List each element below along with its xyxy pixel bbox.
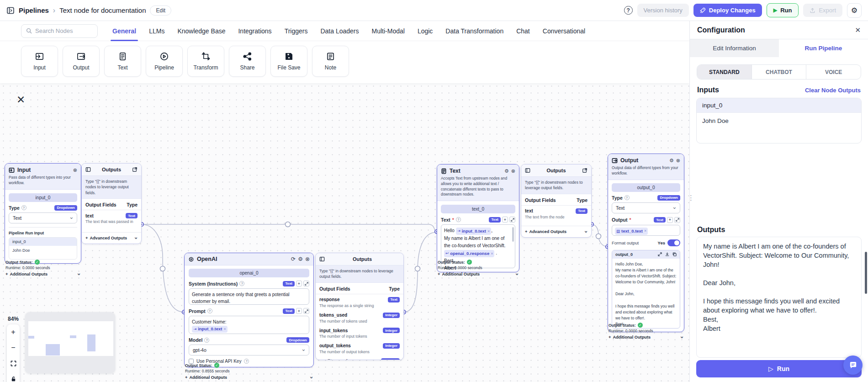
remove-node-icon[interactable]: ⊗ — [676, 158, 680, 164]
advanced-outputs-label[interactable]: Advanced Outputs — [90, 236, 127, 240]
zoom-out-button[interactable]: − — [7, 340, 20, 355]
chip-remove-icon[interactable]: × — [644, 228, 646, 234]
expand-field-button[interactable] — [303, 308, 309, 314]
panel-scrollbar[interactable] — [865, 252, 867, 294]
question-icon[interactable]: ? — [21, 205, 26, 210]
prompt-field[interactable]: Customer Name: ⇥input_0.text× — [189, 316, 309, 334]
format-output-toggle[interactable] — [667, 239, 680, 246]
remove-node-icon[interactable]: ⊗ — [511, 168, 515, 174]
tab-integrations[interactable]: Integrations — [238, 21, 271, 41]
panel-resize-handle[interactable]: ⋮ — [688, 196, 693, 200]
text-node[interactable]: Text ⚙⊗ Accepts Text from upstream nodes… — [437, 164, 519, 272]
gear-icon[interactable]: ⚙ — [298, 256, 303, 262]
output-type-select[interactable]: Text∨ — [612, 202, 680, 213]
tab-multi-modal[interactable]: Multi-Modal — [372, 21, 405, 41]
clear-node-outputs-link[interactable]: Clear Node Outputs — [805, 87, 861, 94]
question-icon[interactable]: ? — [625, 195, 630, 200]
external-link-icon[interactable] — [582, 168, 587, 173]
run-button-top[interactable]: ▶ Run — [767, 3, 799, 17]
palette-pipeline[interactable]: Pipeline — [146, 46, 183, 77]
copy-icon[interactable] — [672, 252, 677, 256]
add-variable-button[interactable]: + — [296, 308, 302, 314]
add-variable-button[interactable]: + — [296, 281, 302, 286]
palette-text[interactable]: Text — [104, 46, 141, 77]
external-link-icon[interactable] — [132, 167, 138, 172]
openai-outputs-panel[interactable]: Outputs Type "{{" in downstream nodes to… — [315, 253, 404, 360]
remove-node-icon[interactable]: ⊗ — [73, 167, 77, 173]
tab-triggers[interactable]: Triggers — [285, 21, 308, 41]
mode-chatbot[interactable]: CHATBOT — [752, 65, 806, 79]
run-pipeline-button[interactable]: ▷ Run — [696, 360, 862, 377]
sync-icon[interactable]: ⟳ — [291, 256, 296, 262]
input-outputs-panel[interactable]: Outputs Type "{{" in downstream nodes to… — [81, 163, 142, 244]
additional-outputs-label[interactable]: Additional Outputs — [442, 272, 480, 276]
input-node-name[interactable]: input_0 — [9, 193, 77, 202]
canvas-close-icon[interactable]: ✕ — [16, 94, 27, 105]
add-variable-button[interactable]: + — [502, 217, 508, 223]
mode-voice[interactable]: VOICE — [806, 65, 861, 79]
export-button[interactable]: Export — [803, 4, 842, 17]
download-icon[interactable] — [665, 252, 669, 256]
sidebar-toggle-icon[interactable] — [6, 6, 15, 15]
search-input[interactable] — [35, 27, 90, 34]
tab-data-transformation[interactable]: Data Transformation — [445, 21, 503, 41]
output-node-name[interactable]: output_0 — [612, 183, 680, 192]
text-node-name[interactable]: text_0 — [441, 205, 515, 213]
additional-outputs-label[interactable]: Additional Outputs — [613, 335, 651, 340]
input-node[interactable]: Input ⊗ Pass data of different types int… — [5, 163, 81, 264]
palette-note[interactable]: Note — [312, 46, 349, 77]
remove-node-icon[interactable]: ⊗ — [305, 256, 310, 262]
model-select[interactable]: gpt-4o∨ — [189, 345, 309, 355]
lock-button[interactable] — [7, 371, 20, 382]
output-node[interactable]: Output ⚙⊗ Output data of different types… — [608, 154, 684, 332]
field-scrollbar[interactable] — [512, 227, 514, 242]
tab-knowledge-base[interactable]: Knowledge Base — [177, 21, 225, 41]
palette-file-save[interactable]: File Save — [270, 46, 307, 77]
tab-logic[interactable]: Logic — [418, 21, 433, 41]
advanced-outputs-label[interactable]: Advanced Outputs — [529, 229, 566, 234]
expand-field-button[interactable] — [509, 217, 515, 223]
palette-output[interactable]: Output — [63, 46, 100, 77]
additional-outputs-label[interactable]: Additional Outputs — [189, 375, 227, 380]
settings-button[interactable]: ⚙ — [847, 3, 862, 18]
tab-edit-information[interactable]: Edit Information — [690, 39, 779, 57]
mode-standard[interactable]: STANDARD — [697, 65, 752, 79]
expand-field-button[interactable] — [303, 281, 309, 286]
minimap[interactable] — [25, 312, 115, 373]
tab-data-loaders[interactable]: Data Loaders — [320, 21, 359, 41]
openai-node[interactable]: OpenAI ⟳⚙⊗ openai_0 System (Instructions… — [184, 253, 314, 367]
text-outputs-panel[interactable]: Outputs Type "{{" in downstream nodes to… — [521, 164, 592, 238]
chip-remove-icon[interactable]: × — [223, 326, 226, 333]
version-history-button[interactable]: Version history — [637, 4, 689, 17]
palette-input[interactable]: Input — [21, 46, 58, 77]
pipeline-output-text[interactable]: My name is Albert I am one of the co-fou… — [696, 237, 862, 358]
add-variable-button[interactable]: + — [667, 217, 673, 223]
expand-icon[interactable] — [658, 252, 662, 256]
result-text[interactable]: Hello John Doe, My name is Albert I am o… — [612, 259, 680, 328]
system-instructions-field[interactable]: Generate a sentence only that greets a p… — [189, 288, 309, 305]
fit-view-button[interactable] — [7, 355, 20, 371]
output-value-field[interactable]: ▤text_0.text× — [612, 225, 680, 236]
chip-remove-icon[interactable]: × — [487, 228, 490, 234]
openai-node-name[interactable]: openai_0 — [189, 269, 309, 277]
edit-button[interactable]: Edit — [150, 5, 171, 16]
question-icon[interactable]: ? — [204, 338, 209, 343]
tab-run-pipeline[interactable]: Run Pipeline — [779, 39, 868, 57]
expand-field-button[interactable] — [674, 217, 680, 223]
pipeline-input-value[interactable]: John Doe — [697, 113, 861, 129]
tab-llms[interactable]: LLMs — [149, 21, 164, 41]
gear-icon[interactable]: ⚙ — [504, 168, 509, 174]
palette-share[interactable]: Share — [229, 46, 266, 77]
tab-conversational[interactable]: Conversational — [543, 21, 585, 41]
panel-close-icon[interactable]: ✕ — [855, 26, 861, 34]
additional-outputs-label[interactable]: Additional Outputs — [10, 272, 48, 276]
chip-remove-icon[interactable]: × — [491, 250, 493, 257]
zoom-in-button[interactable]: + — [7, 324, 20, 340]
deploy-changes-button[interactable]: Deploy Changes — [693, 4, 762, 17]
run-input-key[interactable]: input_0 — [9, 238, 77, 246]
breadcrumb-root[interactable]: Pipelines — [19, 6, 49, 14]
gear-icon[interactable]: ⚙ — [669, 158, 674, 164]
chat-widget-button[interactable] — [843, 355, 863, 375]
question-icon[interactable]: ? — [239, 281, 244, 286]
question-icon[interactable]: ? — [207, 308, 212, 313]
